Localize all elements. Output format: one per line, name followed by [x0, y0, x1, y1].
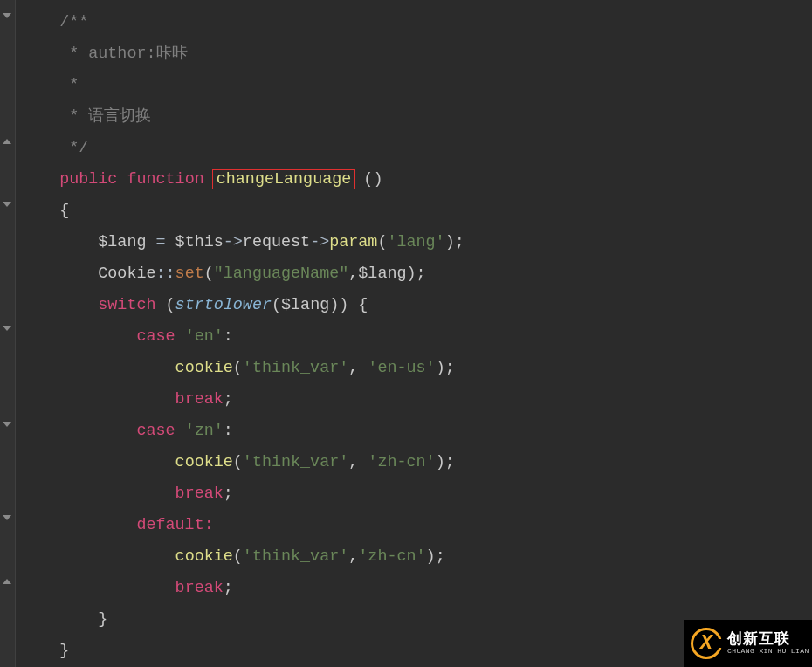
paren-token: )	[426, 547, 436, 566]
fold-marker-column	[0, 0, 16, 667]
logo-subtitle: CHUANG XIN HU LIAN	[727, 648, 809, 655]
fold-marker-icon[interactable]	[2, 512, 12, 523]
watermark-logo: X 创新互联 CHUANG XIN HU LIAN	[684, 620, 812, 667]
code-line: break;	[16, 573, 812, 604]
paren-token: (	[363, 170, 373, 189]
string-token: 'lang'	[387, 233, 444, 251]
string-token: 'en'	[185, 327, 224, 346]
code-line: case 'zn':	[16, 416, 812, 447]
keyword-function: function	[127, 170, 203, 189]
paren-token: (	[233, 453, 243, 471]
code-line: case 'en':	[16, 321, 812, 353]
string-token: 'think_var'	[243, 453, 348, 471]
logo-text: 创新互联 CHUANG XIN HU LIAN	[727, 632, 809, 655]
paren-token: )	[329, 296, 339, 314]
member-token: request	[243, 233, 310, 251]
semi-token: ;	[224, 390, 233, 409]
string-token: 'zh-cn'	[368, 453, 435, 471]
keyword-break: break	[175, 485, 224, 503]
keyword-public: public	[59, 170, 117, 189]
semi-token: ;	[455, 233, 464, 251]
paren-token: (	[204, 265, 214, 283]
paren-token: (	[272, 296, 281, 314]
code-line: Cookie::set("languageName",$lang);	[16, 258, 812, 290]
fold-marker-icon[interactable]	[2, 323, 12, 334]
paren-token: )	[407, 265, 416, 283]
svg-marker-1	[3, 139, 11, 144]
code-line: cookie('think_var','zh-cn');	[16, 541, 812, 573]
comma-token: ,	[348, 359, 358, 377]
comment-token: *	[59, 107, 88, 126]
fold-marker-icon[interactable]	[2, 199, 12, 210]
svg-marker-4	[3, 422, 11, 427]
paren-token: )	[436, 359, 445, 377]
fold-marker-icon[interactable]	[2, 136, 12, 147]
static-call-token: set	[175, 265, 204, 283]
fold-marker-icon[interactable]	[2, 10, 12, 21]
function-name: changeLanguage	[217, 170, 352, 189]
comma-token: ,	[348, 265, 358, 283]
code-line: public function changeLanguage ()	[16, 164, 812, 196]
colon-token: :	[224, 327, 233, 346]
highlight-box: changeLanguage	[212, 169, 356, 189]
comment-token: * author:	[59, 45, 155, 63]
svg-marker-2	[3, 202, 11, 207]
this-token: $this	[175, 233, 224, 251]
semi-token: ;	[224, 579, 233, 597]
comma-token: ,	[348, 547, 358, 566]
semi-token: ;	[416, 265, 426, 283]
paren-token: (	[233, 359, 243, 377]
fold-marker-icon[interactable]	[2, 576, 12, 587]
paren-token: (	[377, 233, 387, 251]
svg-marker-3	[3, 326, 11, 331]
variable-token: $lang	[358, 265, 406, 283]
keyword-break: break	[175, 390, 224, 409]
editor-gutter	[0, 0, 16, 667]
logo-title: 创新互联	[727, 632, 809, 648]
call-token: cookie	[175, 547, 233, 566]
paren-token: )	[436, 453, 445, 471]
operator-token: =	[146, 233, 175, 251]
colon-token: :	[204, 516, 214, 534]
code-line: switch (strtolower($lang)) {	[16, 290, 812, 321]
code-line: break;	[16, 478, 812, 510]
colon-token: :	[224, 422, 233, 440]
class-token: Cookie	[98, 265, 155, 283]
arrow-token: ->	[310, 233, 329, 251]
code-line: cookie('think_var', 'en-us');	[16, 353, 812, 384]
call-token: param	[329, 233, 377, 251]
semi-token: ;	[445, 453, 455, 471]
semi-token: ;	[445, 359, 455, 377]
comment-token: 咔咔	[156, 45, 188, 63]
code-line: $lang = $this->request->param('lang');	[16, 227, 812, 258]
code-line: break;	[16, 384, 812, 416]
paren-token: (	[233, 547, 243, 566]
logo-icon: X	[691, 628, 722, 659]
code-line: /**	[16, 7, 812, 38]
semi-token: ;	[224, 485, 233, 503]
code-line: cookie('think_var', 'zh-cn');	[16, 447, 812, 478]
keyword-case: case	[136, 422, 175, 440]
semi-token: ;	[436, 547, 445, 566]
svg-marker-0	[3, 13, 11, 18]
keyword-case: case	[136, 327, 175, 346]
brace-token: }	[98, 610, 107, 629]
scope-token: ::	[156, 265, 175, 283]
fold-marker-icon[interactable]	[2, 419, 12, 430]
string-token: 'think_var'	[243, 359, 348, 377]
logo-letter: X	[700, 632, 712, 655]
brace-token: {	[59, 202, 69, 220]
code-line: * 语言切换	[16, 101, 812, 133]
comment-token: /**	[59, 13, 88, 31]
comment-token: *	[59, 76, 79, 94]
keyword-break: break	[175, 579, 224, 597]
svg-marker-5	[3, 515, 11, 520]
paren-token: )	[445, 233, 455, 251]
code-line: {	[16, 196, 812, 227]
code-line: *	[16, 70, 812, 101]
variable-token: $lang	[281, 296, 329, 314]
keyword-switch: switch	[98, 296, 155, 314]
paren-token: )	[373, 170, 382, 189]
code-editor[interactable]: /** * author:咔咔 * * 语言切换 */ public funct…	[16, 0, 812, 667]
call-token: cookie	[175, 453, 233, 471]
